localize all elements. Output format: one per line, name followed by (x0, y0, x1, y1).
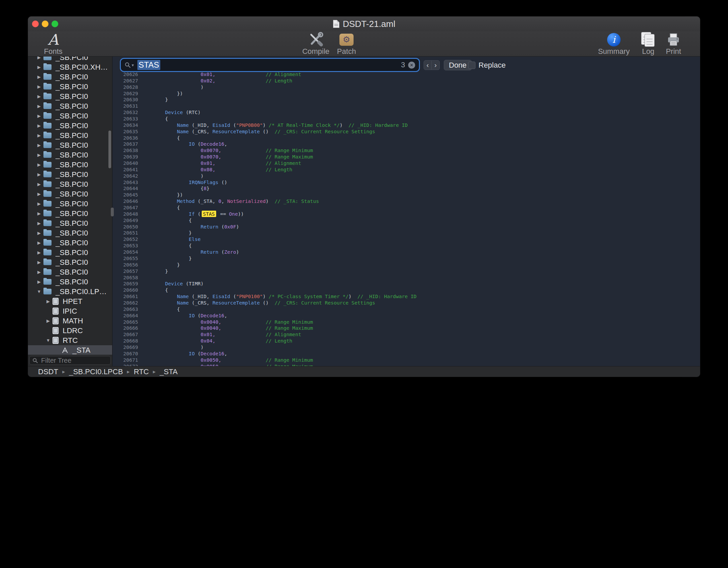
code-line: 20670 IO (Decode16, (112, 351, 700, 357)
sidebar-item-label: _SB.PCI0.XH… (56, 63, 108, 72)
breadcrumb-item-dsdt[interactable]: DSDT (38, 367, 58, 376)
patch-button[interactable]: ⚙ Patch (328, 32, 365, 56)
code-line: 20630 } (112, 97, 700, 103)
sidebar-item-label: HPET (63, 297, 82, 306)
breadcrumb-item-rtc[interactable]: RTC (134, 367, 149, 376)
sidebar-item-sb-pci0[interactable]: ▶_SB.PCI0 (28, 199, 112, 209)
search-icon[interactable] (125, 62, 131, 68)
sidebar-item-sb-pci0[interactable]: ▶_SB.PCI0 (28, 131, 112, 140)
replace-checkbox[interactable] (468, 62, 475, 69)
code-token (141, 211, 189, 217)
code-token: IO (189, 313, 195, 318)
fonts-button[interactable]: A Fonts (35, 32, 72, 56)
sidebar-item-sb-pci0[interactable]: ▶_SB.PCI0 (28, 140, 112, 150)
code-token: { (141, 116, 168, 121)
disclosure-triangle-icon[interactable]: ▶ (36, 240, 42, 245)
code-token: // _HID: Hardware ID (357, 293, 417, 299)
sidebar-item-sb-pci0[interactable]: ▶_SB.PCI0 (28, 121, 112, 131)
disclosure-triangle-icon[interactable]: ▶ (36, 94, 42, 99)
breadcrumb-separator: ▸ (62, 368, 65, 375)
disclosure-triangle-icon[interactable]: ▶ (36, 104, 42, 109)
sidebar-item-ipic[interactable]: IPIC (28, 306, 112, 316)
code-text: IO (Decode16, (138, 351, 227, 357)
disclosure-triangle-icon[interactable]: ▶ (45, 318, 51, 323)
sidebar-item-rtc[interactable]: ▼RTC (28, 335, 112, 345)
sidebar-item-sb-pci0[interactable]: ▶_SB.PCI0 (28, 189, 112, 199)
sidebar-item-sb-pci0-lp[interactable]: ▼_SB.PCI0.LP… (28, 287, 112, 296)
code-line: 20638 0x0070, // Range Minimum (112, 147, 700, 154)
disclosure-triangle-icon[interactable]: ▶ (36, 201, 42, 206)
summary-button[interactable]: i Summary (595, 32, 632, 56)
disclosure-triangle-icon[interactable]: ▶ (36, 260, 42, 265)
sidebar-item-sb-pci0[interactable]: ▶_SB.PCI0 (28, 160, 112, 170)
sidebar-item-label: RTC (63, 336, 78, 345)
disclosure-triangle-icon[interactable]: ▶ (36, 279, 42, 284)
sidebar-item-sb-pci0[interactable]: ▶_SB.PCI0 (28, 257, 112, 267)
sidebar-item-sb-pci0[interactable]: ▶_SB.PCI0 (28, 209, 112, 218)
search-options-caret-icon[interactable]: ▾ (132, 63, 134, 68)
code-text: 0x02, // Length (138, 78, 292, 84)
code-text: Name (_HID, EisaId ("PNP0100") /* PC-cla… (138, 293, 417, 300)
disclosure-triangle-icon[interactable]: ▶ (36, 152, 42, 157)
sidebar-item-sb-pci0[interactable]: ▶_SB.PCI0 (28, 57, 112, 62)
sidebar-item-sb-pci0-xh[interactable]: ▶_SB.PCI0.XH… (28, 62, 112, 72)
folder-icon (43, 103, 52, 109)
code-token: Method (177, 198, 195, 204)
pane-splitter-handle[interactable] (111, 208, 114, 216)
disclosure-triangle-icon[interactable]: ▶ (36, 143, 42, 148)
filter-tree-input[interactable] (40, 356, 108, 365)
previous-match-button[interactable]: ‹ (424, 60, 432, 70)
code-editor[interactable]: 20626 0x01, // Alignment20627 0x02, // L… (112, 71, 700, 366)
sidebar-item-sta[interactable]: _STA (28, 345, 112, 355)
disclosure-triangle-icon[interactable]: ▶ (36, 230, 42, 236)
sidebar-item-sb-pci0[interactable]: ▶_SB.PCI0 (28, 179, 112, 189)
done-button[interactable]: Done (444, 60, 472, 70)
disclosure-triangle-icon[interactable]: ▶ (36, 162, 42, 167)
sidebar-item-hpet[interactable]: ▶HPET (28, 296, 112, 306)
disclosure-triangle-icon[interactable]: ▶ (36, 65, 42, 70)
disclosure-triangle-icon[interactable]: ▶ (36, 113, 42, 118)
disclosure-triangle-icon[interactable]: ▶ (36, 182, 42, 187)
sidebar-item-sb-pci0[interactable]: ▶_SB.PCI0 (28, 101, 112, 111)
disclosure-triangle-icon[interactable]: ▶ (36, 133, 42, 138)
code-token: 0x01, (201, 331, 216, 337)
sidebar-item-sb-pci0[interactable]: ▶_SB.PCI0 (28, 92, 112, 101)
sidebar-item-sb-pci0[interactable]: ▶_SB.PCI0 (28, 277, 112, 287)
disclosure-triangle-icon[interactable]: ▶ (36, 221, 42, 226)
disclosure-triangle-icon[interactable]: ▶ (36, 84, 42, 89)
sidebar-item-math[interactable]: ▶MATH (28, 316, 112, 326)
sidebar-item-sb-pci0[interactable]: ▶_SB.PCI0 (28, 248, 112, 257)
sidebar-item-sb-pci0[interactable]: ▶_SB.PCI0 (28, 238, 112, 248)
search-input[interactable]: ▾ STAS 3 ✕ (121, 59, 419, 71)
disclosure-triangle-icon[interactable]: ▶ (36, 57, 42, 60)
next-match-button[interactable]: › (432, 60, 440, 70)
clear-search-icon[interactable]: ✕ (408, 62, 415, 69)
code-token: 0x0070, (201, 147, 222, 153)
sidebar-item-sb-pci0[interactable]: ▶_SB.PCI0 (28, 228, 112, 238)
sidebar-item-sb-pci0[interactable]: ▶_SB.PCI0 (28, 218, 112, 228)
disclosure-triangle-icon[interactable]: ▶ (36, 172, 42, 177)
sidebar-item-sb-pci0[interactable]: ▶_SB.PCI0 (28, 72, 112, 82)
disclosure-triangle-icon[interactable]: ▶ (45, 299, 51, 304)
sidebar-item-sb-pci0[interactable]: ▶_SB.PCI0 (28, 150, 112, 160)
sidebar-item-sb-pci0[interactable]: ▶_SB.PCI0 (28, 111, 112, 121)
code-token (141, 338, 201, 344)
disclosure-triangle-icon[interactable]: ▶ (36, 270, 42, 275)
sidebar-scrollbar-thumb[interactable] (108, 131, 111, 168)
disclosure-triangle-icon[interactable]: ▶ (36, 123, 42, 128)
breadcrumb-item-sta[interactable]: _STA (160, 367, 177, 376)
disclosure-triangle-icon[interactable]: ▶ (36, 191, 42, 197)
breadcrumb-item-sb-pci0-lpcb[interactable]: _SB.PCI0.LPCB (69, 367, 123, 376)
code-line: 20667 0x01, // Alignment (112, 331, 700, 338)
sidebar-item-sb-pci0[interactable]: ▶_SB.PCI0 (28, 267, 112, 277)
sidebar-item-ldrc[interactable]: LDRC (28, 326, 112, 335)
disclosure-triangle-icon[interactable]: ▶ (36, 250, 42, 255)
code-token (141, 160, 201, 166)
sidebar-item-sb-pci0[interactable]: ▶_SB.PCI0 (28, 170, 112, 179)
disclosure-triangle-icon[interactable]: ▶ (36, 211, 42, 216)
print-button[interactable]: Print (655, 32, 692, 56)
sidebar-item-sb-pci0[interactable]: ▶_SB.PCI0 (28, 82, 112, 92)
disclosure-triangle-icon[interactable]: ▶ (36, 74, 42, 79)
disclosure-triangle-icon[interactable]: ▼ (36, 289, 42, 294)
disclosure-triangle-icon[interactable]: ▼ (45, 338, 51, 343)
